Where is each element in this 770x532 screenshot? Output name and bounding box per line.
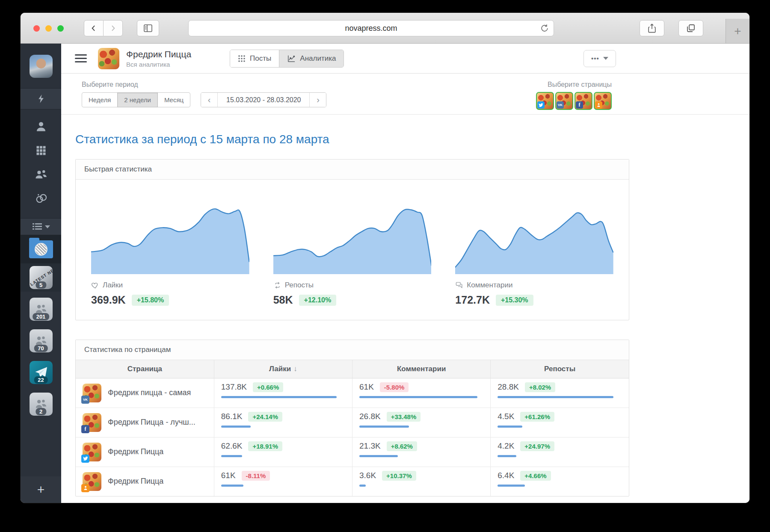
metric-label: Репосты xyxy=(285,281,314,290)
back-button[interactable] xyxy=(84,20,104,36)
value-bar xyxy=(221,426,251,428)
list-icon xyxy=(32,222,43,231)
change-badge: +18.91% xyxy=(248,441,282,451)
folder-icon xyxy=(29,240,53,258)
zoom-window-button[interactable] xyxy=(57,25,64,32)
column-header-page[interactable]: Страница xyxy=(76,360,214,378)
sidebar-list-toggle[interactable] xyxy=(21,218,61,235)
reload-button[interactable] xyxy=(540,24,549,35)
sidebar-item-news-page[interactable]: LATEST NEWS 5 xyxy=(21,263,61,292)
likes-chart-block: Лайки 369.9K +15.80% xyxy=(91,191,249,306)
page-avatar: f xyxy=(83,413,101,432)
close-window-button[interactable] xyxy=(33,25,40,32)
page-avatar: VK xyxy=(83,384,101,402)
period-month-button[interactable]: Месяц xyxy=(157,92,190,107)
value-bar xyxy=(221,485,243,487)
badge-count: 201 xyxy=(33,313,50,320)
user-icon xyxy=(35,120,47,133)
account-logo[interactable] xyxy=(98,48,119,69)
tab-label: Аналитика xyxy=(300,54,336,63)
address-bar[interactable]: novapress.com xyxy=(188,20,554,36)
sidebar-item-group-201[interactable]: 201 xyxy=(21,295,61,323)
heart-icon xyxy=(91,281,99,289)
forward-button[interactable] xyxy=(103,20,123,36)
page-toggle-odnoklassniki[interactable] xyxy=(594,92,612,110)
show-tabs-button[interactable] xyxy=(678,20,703,36)
view-tabs: Посты Аналитика xyxy=(230,50,344,68)
page-toggle-vk[interactable]: VK xyxy=(555,92,573,110)
metric-value: 369.9K xyxy=(91,294,126,306)
hamburger-menu-button[interactable] xyxy=(75,54,87,62)
more-actions-button[interactable]: ••• xyxy=(583,50,616,67)
chevron-left-icon xyxy=(89,24,98,33)
sidebar-item-group-2[interactable]: 2 xyxy=(21,390,61,418)
column-header-reposts[interactable]: Репосты xyxy=(491,360,629,378)
analytics-chart-icon xyxy=(287,55,296,62)
change-badge: +24.97% xyxy=(520,441,554,451)
lightning-icon xyxy=(37,93,45,104)
metric-change-badge: +12.10% xyxy=(299,295,337,306)
reposts-value: 6.4K xyxy=(498,471,514,480)
page-toggle-twitter[interactable] xyxy=(536,92,554,110)
grid-icon xyxy=(35,145,47,157)
sidebar-item-telegram-channel[interactable]: 22 xyxy=(21,358,61,387)
chevron-down-icon xyxy=(603,57,608,60)
reload-icon xyxy=(540,24,549,33)
reposts-value: 4.2K xyxy=(498,441,514,451)
sort-desc-icon: ↓ xyxy=(293,365,297,373)
change-badge: -5.80% xyxy=(380,382,409,392)
change-badge: +8.02% xyxy=(525,382,555,392)
value-bar xyxy=(221,396,337,398)
user-avatar[interactable] xyxy=(30,55,53,78)
add-page-button[interactable]: + xyxy=(21,476,61,503)
column-header-likes[interactable]: Лайки↓ xyxy=(214,360,352,378)
plus-icon: + xyxy=(37,482,45,497)
tab-posts[interactable]: Посты xyxy=(230,50,279,67)
app-header: Фредрик Пицца Вся аналитика Посты Аналит… xyxy=(61,44,749,74)
chevron-right-icon xyxy=(109,24,117,33)
newspaper-icon xyxy=(35,243,47,256)
tabs-icon xyxy=(686,23,696,33)
table-row[interactable]: f Фредрик Пицца - лучш... 86.1K+24.14% 2… xyxy=(76,408,629,437)
date-range-picker: ‹ 15.03.2020 - 28.03.2020 › xyxy=(201,92,326,107)
sidebar-item-quick[interactable] xyxy=(21,88,61,109)
app-sidebar: LATEST NEWS 5 201 70 22 2 xyxy=(21,44,61,503)
comments-value: 26.8K xyxy=(359,412,381,421)
browser-toolbar: novapress.com + xyxy=(21,13,749,44)
sidebar-item-apps[interactable] xyxy=(35,144,47,157)
sidebar-item-links[interactable] xyxy=(34,192,48,205)
table-row[interactable]: Фредрик Пицца 61K-8.11% 3.6K+10.37% 6.4K… xyxy=(76,467,629,496)
sidebar-item-folder[interactable] xyxy=(21,235,61,263)
period-label: Выберите период xyxy=(82,81,326,89)
pages-stats-card: Статистика по страницам Страница Лайки↓ … xyxy=(75,340,629,497)
sidebar-toggle-button[interactable] xyxy=(137,20,159,36)
value-bar xyxy=(498,485,525,487)
previous-period-button[interactable]: ‹ xyxy=(201,93,217,107)
users-icon xyxy=(34,168,48,181)
table-row[interactable]: Фредрик Пицца 62.6K+18.91% 21.3K+8.62% 4… xyxy=(76,437,629,467)
twitter-icon xyxy=(81,455,89,463)
comments-chart-block: Комментарии 172.7K +15.30% xyxy=(455,191,613,306)
minimize-window-button[interactable] xyxy=(45,25,52,32)
reposts-value: 28.8K xyxy=(498,382,519,392)
page-toggle-facebook[interactable]: f xyxy=(575,92,592,110)
window-controls xyxy=(33,25,64,32)
comments-value: 21.3K xyxy=(359,441,381,451)
date-range-value[interactable]: 15.03.2020 - 28.03.2020 xyxy=(217,93,310,107)
period-two-weeks-button[interactable]: 2 недели xyxy=(117,92,158,107)
tab-analytics[interactable]: Аналитика xyxy=(279,50,344,67)
sidebar-item-profile[interactable] xyxy=(35,120,47,133)
new-tab-button[interactable]: + xyxy=(726,19,749,43)
quick-stats-title: Быстрая статистика xyxy=(76,160,629,180)
sidebar-item-group-70[interactable]: 70 xyxy=(21,327,61,355)
account-title: Фредрик Пицца xyxy=(126,49,191,59)
table-row[interactable]: VK Фредрик пицца - самая 137.8K+0.66% 61… xyxy=(76,378,629,408)
facebook-icon: f xyxy=(81,425,89,433)
share-button[interactable] xyxy=(640,20,664,36)
column-header-comments[interactable]: Комментарии xyxy=(352,360,491,378)
sidebar-item-team[interactable] xyxy=(34,168,48,181)
value-bar xyxy=(221,455,242,457)
next-period-button[interactable]: › xyxy=(310,93,326,107)
period-week-button[interactable]: Неделя xyxy=(82,92,118,107)
group-thumbnail: 2 xyxy=(30,393,53,416)
